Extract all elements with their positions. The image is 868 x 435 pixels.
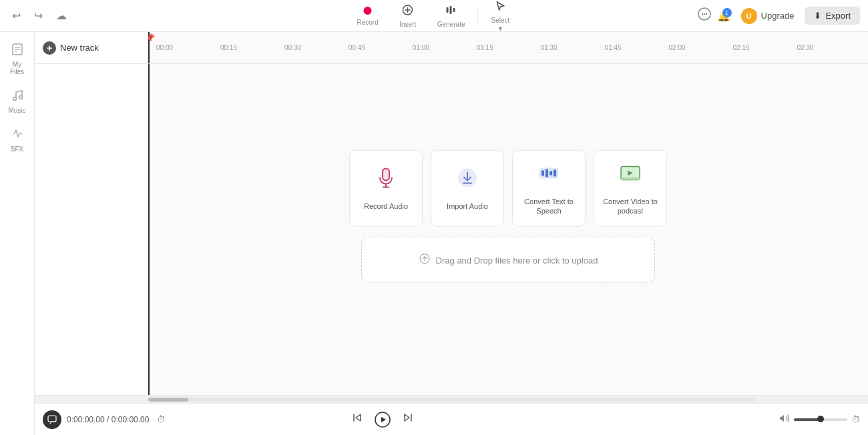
sidebar-music-label: Music xyxy=(8,107,25,114)
record-tool-label: Record xyxy=(357,19,379,26)
timer-icon[interactable]: ⏱ xyxy=(157,414,166,424)
svg-rect-3 xyxy=(447,7,449,13)
main-layout: My Files Music SFX xyxy=(0,32,868,435)
svg-rect-26 xyxy=(550,171,552,175)
insert-icon xyxy=(402,4,414,19)
ruler-tick-7: 01:45 xyxy=(605,44,622,51)
tool-divider xyxy=(477,7,477,25)
sidebar-item-music[interactable]: Music xyxy=(3,83,32,119)
rewind-button[interactable] xyxy=(351,411,364,428)
sidebar-item-my-files[interactable]: My Files xyxy=(3,37,32,81)
svg-rect-25 xyxy=(546,169,548,177)
sidebar-sfx-label: SFX xyxy=(11,145,23,153)
notification-badge: 1 xyxy=(722,8,732,17)
track-label-col: + New track xyxy=(35,32,148,63)
ruler-tick-6: 01:30 xyxy=(541,44,558,51)
record-tool-button[interactable]: Record xyxy=(348,3,388,29)
generate-icon xyxy=(445,4,457,19)
convert-tts-card[interactable]: Convert Text to Speech xyxy=(512,150,586,227)
files-icon xyxy=(11,43,24,59)
music-icon xyxy=(11,89,24,105)
plus-circle-icon: + xyxy=(43,41,56,55)
svg-point-15 xyxy=(13,97,16,101)
svg-marker-6 xyxy=(497,2,503,10)
insert-tool-label: Insert xyxy=(399,21,416,28)
redo-button[interactable]: ↪ xyxy=(30,7,47,25)
volume-area: ⏱ xyxy=(779,413,860,426)
chat-button[interactable] xyxy=(697,7,712,25)
sidebar-my-files-label: My Files xyxy=(7,61,28,75)
volume-knob xyxy=(817,416,824,422)
generate-tool-label: Generate xyxy=(437,21,465,28)
new-track-button[interactable]: + New track xyxy=(43,41,99,55)
track-header: + New track 📌 00:00 00:15 00:30 00:45 01 xyxy=(35,32,868,64)
video-icon xyxy=(618,161,642,189)
bottom-bar: 0:00:00.00 / 0:00:00.00 ⏱ xyxy=(35,403,868,435)
left-sidebar: My Files Music SFX xyxy=(0,32,35,435)
scrollbar-thumb[interactable] xyxy=(148,398,188,402)
generate-tool-button[interactable]: Generate xyxy=(428,1,475,31)
ruler-tick-2: 00:30 xyxy=(284,44,301,51)
tool-buttons: Record Insert Generate xyxy=(348,0,521,35)
drop-zone[interactable]: Drag and Drop files here or click to upl… xyxy=(361,238,655,283)
cards-row: Record Audio Import Audio xyxy=(349,150,667,227)
svg-rect-24 xyxy=(541,170,544,175)
drop-zone-label: Drag and Drop files here or click to upl… xyxy=(436,255,598,265)
play-button[interactable] xyxy=(372,409,393,430)
sidebar-item-sfx[interactable]: SFX xyxy=(3,122,32,158)
export-icon: ⬇ xyxy=(814,11,821,21)
sfx-icon xyxy=(11,127,24,144)
ruler-tick-5: 01:15 xyxy=(477,44,493,51)
export-button[interactable]: ⬇ Export xyxy=(805,7,860,25)
select-icon xyxy=(494,0,506,15)
avatar: U xyxy=(741,8,757,24)
timeline-ruler: 📌 00:00 00:15 00:30 00:45 01:00 01:15 01… xyxy=(148,32,868,63)
ruler-tick-10: 02:30 xyxy=(797,44,813,51)
record-audio-label: Record Audio xyxy=(364,201,408,210)
svg-rect-32 xyxy=(48,416,56,422)
import-icon xyxy=(455,165,479,194)
center-area: Record Audio Import Audio xyxy=(355,150,662,283)
expand-icon[interactable]: ⏱ xyxy=(851,414,860,424)
import-audio-card[interactable]: Import Audio xyxy=(431,150,504,227)
mic-icon xyxy=(374,165,398,194)
svg-point-10 xyxy=(705,13,706,15)
ruler-tick-9: 02:15 xyxy=(732,44,749,51)
notification-button[interactable]: 🔔 1 xyxy=(717,9,730,22)
svg-rect-30 xyxy=(621,177,640,179)
svg-rect-5 xyxy=(453,8,455,12)
ruler-tick-0: 00:00 xyxy=(156,44,173,51)
convert-video-card[interactable]: Convert Video to podcast xyxy=(594,150,667,227)
svg-rect-27 xyxy=(554,169,556,176)
ruler-tick-3: 00:45 xyxy=(349,44,365,51)
fast-forward-button[interactable] xyxy=(401,411,415,428)
chat-circle-button[interactable] xyxy=(43,410,61,429)
import-audio-label: Import Audio xyxy=(447,201,488,210)
record-icon xyxy=(364,5,372,17)
upload-icon xyxy=(419,253,431,268)
svg-point-9 xyxy=(703,13,704,15)
new-track-label: New track xyxy=(60,43,99,53)
export-label: Export xyxy=(825,11,851,21)
pin-icon: 📌 xyxy=(148,33,155,43)
scrollbar-track[interactable] xyxy=(148,398,754,402)
record-audio-card[interactable]: Record Audio xyxy=(349,150,423,227)
top-bar: ↩ ↪ ☁ Record Insert xyxy=(0,0,868,32)
ruler-tick-4: 01:00 xyxy=(413,44,429,51)
volume-slider[interactable] xyxy=(794,418,847,421)
insert-tool-button[interactable]: Insert xyxy=(388,1,428,31)
upgrade-button[interactable]: U Upgrade xyxy=(736,5,800,27)
cloud-save-button[interactable]: ☁ xyxy=(52,7,71,25)
convert-tts-label: Convert Text to Speech xyxy=(518,196,580,215)
tts-icon xyxy=(537,161,561,189)
volume-icon xyxy=(779,413,790,426)
select-tool-button[interactable]: Select ▼ xyxy=(480,0,520,35)
top-bar-right: 🔔 1 U Upgrade ⬇ Export xyxy=(697,5,860,27)
nav-controls: ↩ ↪ ☁ xyxy=(8,7,71,25)
undo-button[interactable]: ↩ xyxy=(8,7,25,25)
timeline-tracks: Record Audio Import Audio xyxy=(148,64,868,395)
ruler-tick-8: 02:00 xyxy=(669,44,686,51)
convert-video-label: Convert Video to podcast xyxy=(600,196,661,215)
volume-fill xyxy=(794,418,821,421)
svg-rect-4 xyxy=(450,6,452,14)
